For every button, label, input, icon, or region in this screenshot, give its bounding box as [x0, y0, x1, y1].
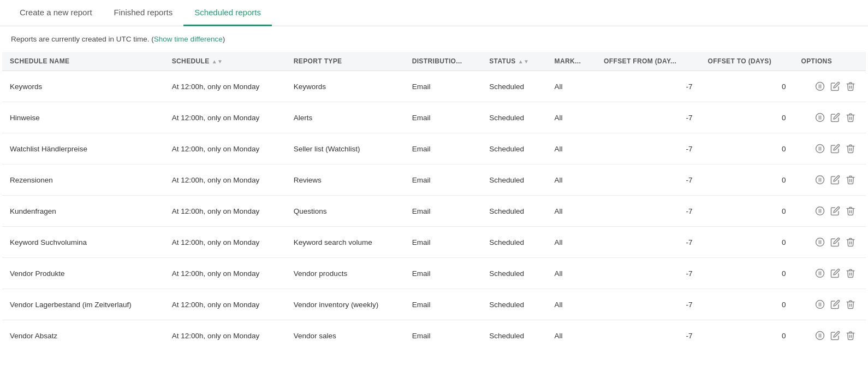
delete-button[interactable]: [843, 79, 858, 94]
cell-offsetTo: 0: [700, 320, 794, 351]
cell-schedule: At 12:00h, only on Monday: [164, 164, 286, 196]
delete-button[interactable]: [843, 172, 858, 187]
pause-button[interactable]: [812, 79, 828, 94]
pause-button[interactable]: [812, 234, 828, 250]
show-time-diff-link[interactable]: Show time difference: [154, 35, 223, 43]
cell-reportType: Seller list (Watchlist): [286, 133, 405, 164]
cell-distribution: Email: [405, 102, 482, 133]
cell-name: Vendor Lagerbestand (im Zeitverlauf): [2, 289, 164, 320]
cell-status: Scheduled: [481, 164, 546, 196]
cell-reportType: Vendor sales: [286, 320, 405, 351]
edit-button[interactable]: [828, 79, 843, 94]
table-header: SCHEDULE NAMESCHEDULE▲▼REPORT TYPEDISTRI…: [2, 52, 866, 71]
cell-options: [793, 320, 866, 351]
delete-button[interactable]: [843, 297, 858, 312]
pause-button[interactable]: [812, 141, 828, 156]
cell-market: All: [547, 71, 597, 102]
tab-scheduled[interactable]: Scheduled reports: [183, 0, 272, 26]
cell-offsetFrom: -7: [596, 133, 700, 164]
col-header-distribution: DISTRIBUTIO...: [405, 52, 482, 71]
col-header-options: OPTIONS: [793, 52, 866, 71]
svg-point-0: [816, 83, 824, 91]
cell-reportType: Keywords: [286, 71, 405, 102]
scheduled-reports-table: SCHEDULE NAMESCHEDULE▲▼REPORT TYPEDISTRI…: [2, 52, 866, 351]
pause-button[interactable]: [812, 328, 828, 343]
tab-create[interactable]: Create a new report: [9, 0, 103, 26]
cell-name: Kundenfragen: [2, 196, 164, 227]
tab-finished[interactable]: Finished reports: [103, 0, 184, 26]
cell-status: Scheduled: [481, 320, 546, 351]
edit-button[interactable]: [828, 266, 843, 281]
cell-options: [793, 102, 866, 133]
edit-button[interactable]: [828, 172, 843, 187]
cell-distribution: Email: [405, 164, 482, 196]
delete-button[interactable]: [843, 110, 858, 125]
cell-options: [793, 258, 866, 289]
edit-button[interactable]: [828, 203, 843, 219]
cell-status: Scheduled: [481, 196, 546, 227]
cell-schedule: At 12:00h, only on Monday: [164, 320, 286, 351]
cell-name: Watchlist Händlerpreise: [2, 133, 164, 164]
edit-button[interactable]: [828, 141, 843, 156]
table-body: KeywordsAt 12:00h, only on MondayKeyword…: [2, 71, 866, 351]
cell-options: [793, 164, 866, 196]
delete-button[interactable]: [843, 234, 858, 250]
edit-button[interactable]: [828, 234, 843, 250]
cell-schedule: At 12:00h, only on Monday: [164, 196, 286, 227]
cell-distribution: Email: [405, 289, 482, 320]
table-row: RezensionenAt 12:00h, only on MondayRevi…: [2, 164, 866, 196]
pause-button[interactable]: [812, 110, 828, 125]
pause-button[interactable]: [812, 266, 828, 281]
cell-status: Scheduled: [481, 71, 546, 102]
cell-market: All: [547, 227, 597, 258]
cell-offsetFrom: -7: [596, 71, 700, 102]
cell-distribution: Email: [405, 71, 482, 102]
cell-offsetFrom: -7: [596, 164, 700, 196]
cell-market: All: [547, 133, 597, 164]
sort-icon-schedule: ▲▼: [212, 58, 223, 64]
cell-offsetFrom: -7: [596, 258, 700, 289]
cell-status: Scheduled: [481, 227, 546, 258]
cell-offsetTo: 0: [700, 227, 794, 258]
table-wrapper: SCHEDULE NAMESCHEDULE▲▼REPORT TYPEDISTRI…: [0, 52, 868, 351]
delete-button[interactable]: [843, 141, 858, 156]
svg-point-9: [816, 176, 824, 184]
delete-button[interactable]: [843, 203, 858, 219]
table-row: Watchlist HändlerpreiseAt 12:00h, only o…: [2, 133, 866, 164]
cell-reportType: Vendor products: [286, 258, 405, 289]
cell-options: [793, 289, 866, 320]
cell-schedule: At 12:00h, only on Monday: [164, 258, 286, 289]
cell-reportType: Alerts: [286, 102, 405, 133]
col-header-market: MARK...: [547, 52, 597, 71]
cell-reportType: Questions: [286, 196, 405, 227]
edit-button[interactable]: [828, 328, 843, 343]
edit-button[interactable]: [828, 297, 843, 312]
cell-market: All: [547, 320, 597, 351]
info-bar: Reports are currently created in UTC tim…: [0, 26, 868, 52]
tab-bar: Create a new reportFinished reportsSched…: [0, 0, 868, 26]
cell-reportType: Reviews: [286, 164, 405, 196]
pause-button[interactable]: [812, 297, 828, 312]
table-row: Vendor AbsatzAt 12:00h, only on MondayVe…: [2, 320, 866, 351]
svg-point-21: [816, 301, 824, 309]
col-header-offsetFrom: OFFSET FROM (DAY...: [596, 52, 700, 71]
col-header-schedule[interactable]: SCHEDULE▲▼: [164, 52, 286, 71]
delete-button[interactable]: [843, 266, 858, 281]
col-header-status[interactable]: STATUS▲▼: [481, 52, 546, 71]
table-row: Vendor Lagerbestand (im Zeitverlauf)At 1…: [2, 289, 866, 320]
cell-market: All: [547, 196, 597, 227]
pause-button[interactable]: [812, 203, 828, 219]
table-row: KeywordsAt 12:00h, only on MondayKeyword…: [2, 71, 866, 102]
cell-schedule: At 12:00h, only on Monday: [164, 102, 286, 133]
cell-name: Keywords: [2, 71, 164, 102]
cell-options: [793, 71, 866, 102]
cell-offsetTo: 0: [700, 289, 794, 320]
cell-schedule: At 12:00h, only on Monday: [164, 227, 286, 258]
pause-button[interactable]: [812, 172, 828, 187]
cell-offsetFrom: -7: [596, 289, 700, 320]
edit-button[interactable]: [828, 110, 843, 125]
cell-offsetTo: 0: [700, 164, 794, 196]
table-row: Vendor ProdukteAt 12:00h, only on Monday…: [2, 258, 866, 289]
cell-offsetFrom: -7: [596, 227, 700, 258]
delete-button[interactable]: [843, 328, 858, 343]
